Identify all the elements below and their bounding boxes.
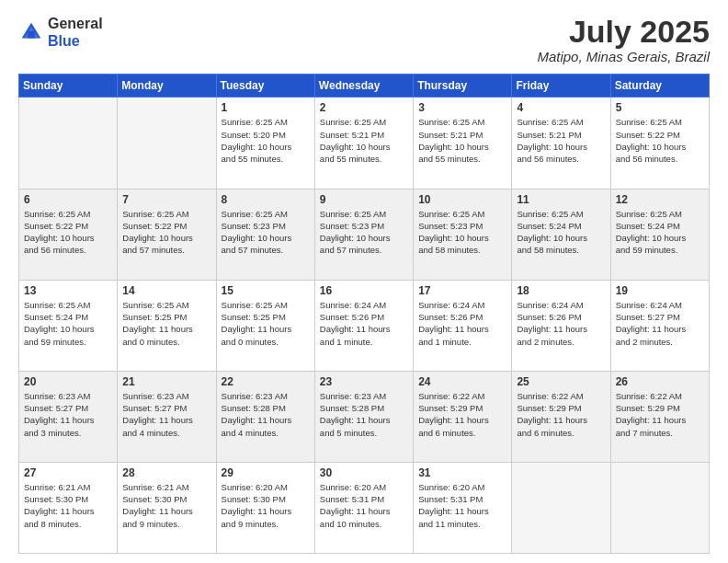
day-number: 13 bbox=[24, 284, 112, 297]
day-number: 4 bbox=[517, 101, 605, 114]
day-number: 24 bbox=[418, 375, 506, 388]
day-info: Sunrise: 6:25 AM Sunset: 5:24 PM Dayligh… bbox=[24, 299, 112, 348]
table-row: 26Sunrise: 6:22 AM Sunset: 5:29 PM Dayli… bbox=[610, 371, 709, 462]
day-number: 26 bbox=[616, 375, 704, 388]
day-info: Sunrise: 6:25 AM Sunset: 5:25 PM Dayligh… bbox=[122, 299, 210, 348]
table-row: 27Sunrise: 6:21 AM Sunset: 5:30 PM Dayli… bbox=[19, 462, 118, 553]
day-number: 23 bbox=[320, 375, 408, 388]
day-info: Sunrise: 6:23 AM Sunset: 5:28 PM Dayligh… bbox=[222, 390, 310, 439]
table-row bbox=[19, 98, 118, 189]
table-row: 21Sunrise: 6:23 AM Sunset: 5:27 PM Dayli… bbox=[118, 371, 216, 462]
calendar-table: Sunday Monday Tuesday Wednesday Thursday… bbox=[18, 74, 710, 554]
day-number: 21 bbox=[122, 375, 210, 388]
title-block: July 2025 Matipo, Minas Gerais, Brazil bbox=[537, 15, 710, 64]
table-row: 6Sunrise: 6:25 AM Sunset: 5:22 PM Daylig… bbox=[19, 189, 118, 280]
day-info: Sunrise: 6:22 AM Sunset: 5:29 PM Dayligh… bbox=[517, 390, 605, 439]
table-row: 30Sunrise: 6:20 AM Sunset: 5:31 PM Dayli… bbox=[314, 462, 413, 553]
day-info: Sunrise: 6:25 AM Sunset: 5:25 PM Dayligh… bbox=[222, 299, 310, 348]
col-monday: Monday bbox=[118, 75, 216, 98]
day-number: 2 bbox=[320, 101, 408, 114]
day-number: 14 bbox=[122, 284, 210, 297]
col-saturday: Saturday bbox=[610, 75, 709, 98]
logo-text: General Blue bbox=[48, 15, 103, 50]
day-info: Sunrise: 6:25 AM Sunset: 5:22 PM Dayligh… bbox=[24, 208, 112, 257]
table-row: 17Sunrise: 6:24 AM Sunset: 5:26 PM Dayli… bbox=[414, 280, 512, 371]
day-info: Sunrise: 6:25 AM Sunset: 5:24 PM Dayligh… bbox=[616, 208, 704, 257]
title-location: Matipo, Minas Gerais, Brazil bbox=[537, 49, 710, 64]
table-row: 29Sunrise: 6:20 AM Sunset: 5:30 PM Dayli… bbox=[216, 462, 314, 553]
table-row: 24Sunrise: 6:22 AM Sunset: 5:29 PM Dayli… bbox=[414, 371, 512, 462]
day-number: 8 bbox=[222, 193, 310, 206]
table-row: 28Sunrise: 6:21 AM Sunset: 5:30 PM Dayli… bbox=[118, 462, 216, 553]
day-info: Sunrise: 6:25 AM Sunset: 5:23 PM Dayligh… bbox=[320, 208, 408, 257]
day-info: Sunrise: 6:25 AM Sunset: 5:22 PM Dayligh… bbox=[122, 208, 210, 257]
table-row: 20Sunrise: 6:23 AM Sunset: 5:27 PM Dayli… bbox=[19, 371, 118, 462]
logo: General Blue bbox=[18, 15, 103, 50]
table-row: 22Sunrise: 6:23 AM Sunset: 5:28 PM Dayli… bbox=[216, 371, 314, 462]
col-sunday: Sunday bbox=[19, 75, 118, 98]
day-number: 12 bbox=[616, 193, 704, 206]
day-info: Sunrise: 6:23 AM Sunset: 5:28 PM Dayligh… bbox=[320, 390, 408, 439]
table-row: 7Sunrise: 6:25 AM Sunset: 5:22 PM Daylig… bbox=[118, 189, 216, 280]
table-row: 2Sunrise: 6:25 AM Sunset: 5:21 PM Daylig… bbox=[314, 98, 413, 189]
table-row: 23Sunrise: 6:23 AM Sunset: 5:28 PM Dayli… bbox=[314, 371, 413, 462]
day-number: 19 bbox=[616, 284, 704, 297]
day-info: Sunrise: 6:25 AM Sunset: 5:22 PM Dayligh… bbox=[616, 116, 704, 165]
day-number: 15 bbox=[222, 284, 310, 297]
day-number: 28 bbox=[122, 466, 210, 479]
day-info: Sunrise: 6:20 AM Sunset: 5:30 PM Dayligh… bbox=[222, 481, 310, 530]
day-number: 27 bbox=[24, 466, 112, 479]
table-row: 15Sunrise: 6:25 AM Sunset: 5:25 PM Dayli… bbox=[216, 280, 314, 371]
col-thursday: Thursday bbox=[414, 75, 512, 98]
day-number: 20 bbox=[24, 375, 112, 388]
day-number: 10 bbox=[418, 193, 506, 206]
day-info: Sunrise: 6:23 AM Sunset: 5:27 PM Dayligh… bbox=[24, 390, 112, 439]
day-info: Sunrise: 6:20 AM Sunset: 5:31 PM Dayligh… bbox=[418, 481, 506, 530]
table-row: 1Sunrise: 6:25 AM Sunset: 5:20 PM Daylig… bbox=[216, 98, 314, 189]
day-info: Sunrise: 6:24 AM Sunset: 5:27 PM Dayligh… bbox=[616, 299, 704, 348]
table-row: 4Sunrise: 6:25 AM Sunset: 5:21 PM Daylig… bbox=[512, 98, 610, 189]
day-number: 3 bbox=[418, 101, 506, 114]
table-row: 10Sunrise: 6:25 AM Sunset: 5:23 PM Dayli… bbox=[414, 189, 512, 280]
calendar-week-row: 13Sunrise: 6:25 AM Sunset: 5:24 PM Dayli… bbox=[19, 280, 710, 371]
day-number: 31 bbox=[418, 466, 506, 479]
calendar-header-row: Sunday Monday Tuesday Wednesday Thursday… bbox=[19, 75, 710, 98]
title-month: July 2025 bbox=[537, 15, 710, 49]
day-info: Sunrise: 6:25 AM Sunset: 5:24 PM Dayligh… bbox=[517, 208, 605, 257]
day-info: Sunrise: 6:22 AM Sunset: 5:29 PM Dayligh… bbox=[418, 390, 506, 439]
day-number: 7 bbox=[122, 193, 210, 206]
table-row: 5Sunrise: 6:25 AM Sunset: 5:22 PM Daylig… bbox=[610, 98, 709, 189]
day-info: Sunrise: 6:21 AM Sunset: 5:30 PM Dayligh… bbox=[24, 481, 112, 530]
day-info: Sunrise: 6:24 AM Sunset: 5:26 PM Dayligh… bbox=[517, 299, 605, 348]
day-info: Sunrise: 6:23 AM Sunset: 5:27 PM Dayligh… bbox=[122, 390, 210, 439]
day-number: 9 bbox=[320, 193, 408, 206]
day-info: Sunrise: 6:25 AM Sunset: 5:21 PM Dayligh… bbox=[418, 116, 506, 165]
day-number: 25 bbox=[517, 375, 605, 388]
col-friday: Friday bbox=[512, 75, 610, 98]
calendar-week-row: 6Sunrise: 6:25 AM Sunset: 5:22 PM Daylig… bbox=[19, 189, 710, 280]
calendar-week-row: 27Sunrise: 6:21 AM Sunset: 5:30 PM Dayli… bbox=[19, 462, 710, 553]
table-row: 14Sunrise: 6:25 AM Sunset: 5:25 PM Dayli… bbox=[118, 280, 216, 371]
table-row: 31Sunrise: 6:20 AM Sunset: 5:31 PM Dayli… bbox=[414, 462, 512, 553]
day-info: Sunrise: 6:24 AM Sunset: 5:26 PM Dayligh… bbox=[320, 299, 408, 348]
day-info: Sunrise: 6:25 AM Sunset: 5:20 PM Dayligh… bbox=[222, 116, 310, 165]
day-info: Sunrise: 6:25 AM Sunset: 5:23 PM Dayligh… bbox=[222, 208, 310, 257]
table-row: 16Sunrise: 6:24 AM Sunset: 5:26 PM Dayli… bbox=[314, 280, 413, 371]
table-row: 18Sunrise: 6:24 AM Sunset: 5:26 PM Dayli… bbox=[512, 280, 610, 371]
logo-general: General bbox=[48, 16, 103, 31]
logo-icon bbox=[18, 19, 44, 45]
table-row: 19Sunrise: 6:24 AM Sunset: 5:27 PM Dayli… bbox=[610, 280, 709, 371]
calendar-week-row: 20Sunrise: 6:23 AM Sunset: 5:27 PM Dayli… bbox=[19, 371, 710, 462]
table-row: 11Sunrise: 6:25 AM Sunset: 5:24 PM Dayli… bbox=[512, 189, 610, 280]
table-row: 9Sunrise: 6:25 AM Sunset: 5:23 PM Daylig… bbox=[314, 189, 413, 280]
table-row: 13Sunrise: 6:25 AM Sunset: 5:24 PM Dayli… bbox=[19, 280, 118, 371]
day-number: 1 bbox=[222, 101, 310, 114]
day-number: 6 bbox=[24, 193, 112, 206]
logo-blue: Blue bbox=[48, 33, 80, 49]
table-row: 25Sunrise: 6:22 AM Sunset: 5:29 PM Dayli… bbox=[512, 371, 610, 462]
header: General Blue July 2025 Matipo, Minas Ger… bbox=[18, 15, 710, 64]
day-number: 22 bbox=[222, 375, 310, 388]
table-row bbox=[512, 462, 610, 553]
table-row: 3Sunrise: 6:25 AM Sunset: 5:21 PM Daylig… bbox=[414, 98, 512, 189]
day-info: Sunrise: 6:25 AM Sunset: 5:21 PM Dayligh… bbox=[517, 116, 605, 165]
